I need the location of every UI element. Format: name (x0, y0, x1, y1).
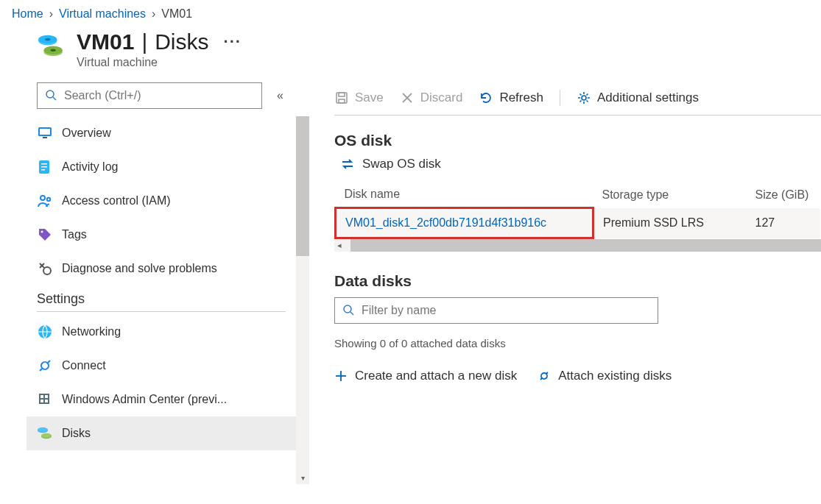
action-label: Create and attach a new disk (355, 369, 517, 383)
sidebar-item-label: Disks (62, 427, 91, 440)
chevron-right-icon: › (49, 7, 53, 21)
diagnose-icon (37, 260, 53, 277)
connect-icon (37, 358, 53, 374)
sidebar-item-access-control[interactable]: Access control (IAM) (27, 184, 296, 218)
svg-point-15 (40, 196, 45, 200)
sidebar-search[interactable] (37, 82, 262, 109)
sidebar-item-label: Windows Admin Center (previ... (62, 393, 227, 406)
sidebar-item-connect[interactable]: Connect (27, 349, 296, 383)
search-icon (342, 304, 354, 318)
svg-point-37 (582, 96, 586, 100)
data-disks-status: Showing 0 of 0 attached data disks (334, 337, 821, 349)
horizontal-scrollbar[interactable]: ◂ (334, 239, 821, 252)
windows-admin-icon (37, 391, 53, 408)
disks-icon (37, 425, 53, 441)
scroll-down-icon[interactable]: ▾ (296, 471, 309, 484)
sidebar-item-tags[interactable]: Tags (27, 218, 296, 252)
page-subtitle: Virtual machine (77, 56, 309, 69)
sidebar-section-settings: Settings (27, 285, 296, 307)
chevron-right-icon: › (152, 7, 155, 21)
breadcrumb-current-link[interactable]: VM01 (161, 7, 192, 20)
access-control-icon (37, 193, 53, 209)
save-button[interactable]: Save (334, 90, 384, 105)
refresh-button[interactable]: Refresh (479, 90, 543, 105)
svg-rect-26 (40, 400, 43, 402)
os-disk-heading: OS disk (334, 132, 821, 149)
svg-rect-34 (339, 99, 345, 103)
cell-storage: Premium SSD LRS (593, 208, 747, 238)
svg-rect-10 (43, 137, 47, 138)
sidebar-item-label: Tags (62, 228, 87, 241)
svg-rect-9 (40, 129, 50, 135)
sidebar-item-label: Overview (62, 127, 111, 140)
discard-button[interactable]: Discard (400, 90, 463, 105)
sidebar-item-label: Diagnose and solve problems (62, 262, 217, 275)
sidebar-item-networking[interactable]: Networking (27, 315, 296, 349)
breadcrumb-home[interactable]: Home (12, 7, 43, 21)
more-icon[interactable]: ··· (224, 32, 242, 52)
page-title-name: VM01 (77, 29, 134, 54)
toolbar-label: Additional settings (597, 90, 699, 105)
breadcrumb-vms[interactable]: Virtual machines (59, 7, 146, 21)
svg-rect-32 (336, 93, 347, 103)
svg-point-29 (38, 427, 48, 433)
svg-rect-25 (45, 395, 48, 398)
divider (37, 311, 286, 312)
toolbar: Save Discard Refresh Additional settings (334, 90, 821, 116)
svg-rect-27 (45, 400, 48, 402)
svg-point-18 (43, 267, 51, 274)
col-disk-name[interactable]: Disk name (336, 182, 593, 208)
sidebar-item-label: Connect (62, 359, 106, 372)
scrollbar-thumb[interactable] (296, 116, 309, 256)
page-title-block: VM01 | Disks ··· Virtual machine (27, 25, 309, 82)
search-input[interactable] (63, 88, 254, 103)
page-title-page: Disks (155, 29, 208, 54)
svg-point-31 (41, 433, 52, 439)
page-title: VM01 | Disks ··· (77, 29, 309, 54)
collapse-sidebar-icon[interactable]: « (277, 89, 283, 102)
svg-line-39 (350, 312, 353, 315)
cell-size: 127 (747, 208, 820, 238)
networking-icon (37, 324, 53, 340)
toolbar-label: Save (355, 90, 384, 105)
svg-point-6 (46, 90, 54, 98)
svg-point-5 (50, 49, 55, 52)
disks-icon (37, 32, 65, 60)
tag-icon (37, 227, 53, 243)
activity-log-icon (37, 159, 53, 175)
svg-rect-12 (41, 163, 47, 165)
svg-line-7 (53, 97, 56, 100)
filter-box[interactable] (334, 297, 658, 324)
svg-point-2 (45, 38, 50, 41)
toolbar-separator (560, 90, 560, 106)
sidebar-item-diagnose[interactable]: Diagnose and solve problems (27, 252, 296, 285)
os-disk-table: Disk name Storage type Size (GiB) VM01_d… (334, 182, 821, 239)
swap-os-disk-button[interactable]: Swap OS disk (340, 157, 821, 171)
breadcrumb-current: VM01 (161, 7, 192, 21)
sidebar-item-label: Access control (IAM) (62, 194, 171, 207)
col-size[interactable]: Size (GiB) (747, 182, 820, 208)
sidebar-item-activity-log[interactable]: Activity log (27, 150, 296, 184)
swap-label: Swap OS disk (362, 157, 441, 171)
table-row[interactable]: VM01_disk1_2cf00db7191d4f31b916c Premium… (336, 208, 820, 238)
disk-name-link[interactable]: VM01_disk1_2cf00db7191d4f31b916c (345, 216, 546, 229)
search-icon (45, 89, 57, 103)
svg-rect-13 (41, 166, 47, 168)
sidebar-scrollbar[interactable]: ▴ ▾ (296, 116, 309, 484)
svg-rect-14 (41, 169, 45, 171)
col-storage-type[interactable]: Storage type (593, 182, 747, 208)
create-attach-disk-button[interactable]: Create and attach a new disk (334, 369, 517, 383)
svg-rect-24 (40, 395, 43, 398)
additional-settings-button[interactable]: Additional settings (577, 90, 699, 105)
sidebar-item-label: Networking (62, 325, 121, 338)
attach-existing-disks-button[interactable]: Attach existing disks (538, 369, 672, 383)
sidebar-item-overview[interactable]: Overview (27, 116, 296, 150)
filter-input[interactable] (360, 303, 650, 318)
sidebar-item-disks[interactable]: Disks (27, 416, 296, 450)
toolbar-label: Refresh (499, 90, 543, 105)
sidebar-item-wac[interactable]: Windows Admin Center (previ... (27, 383, 296, 416)
svg-rect-33 (339, 93, 345, 96)
data-disks-heading: Data disks (334, 272, 821, 290)
sidebar-item-label: Activity log (62, 160, 118, 174)
monitor-icon (37, 125, 53, 141)
